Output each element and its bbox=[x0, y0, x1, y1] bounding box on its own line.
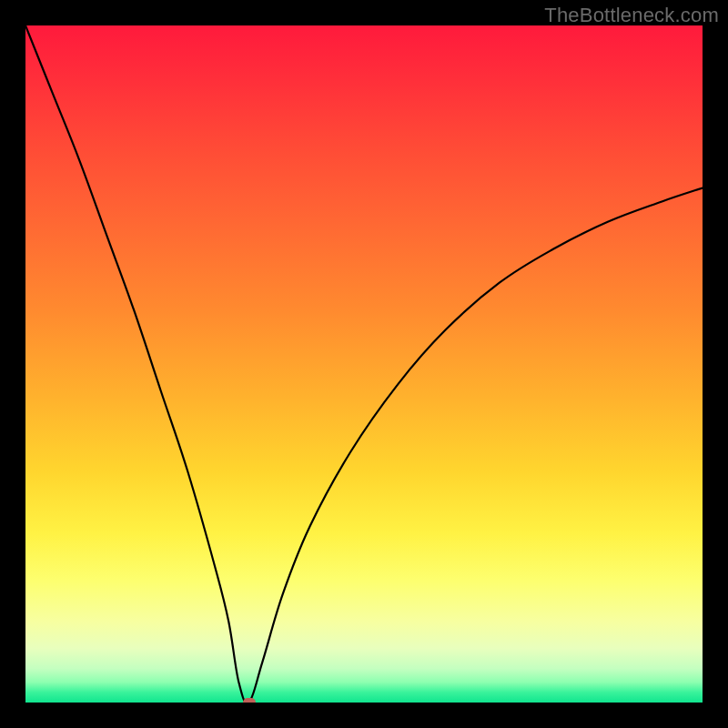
bottleneck-curve bbox=[25, 25, 703, 703]
chart-frame: TheBottleneck.com bbox=[0, 0, 728, 728]
optimal-point-marker bbox=[243, 698, 256, 703]
plot-area bbox=[25, 25, 703, 703]
watermark-text: TheBottleneck.com bbox=[544, 4, 719, 27]
